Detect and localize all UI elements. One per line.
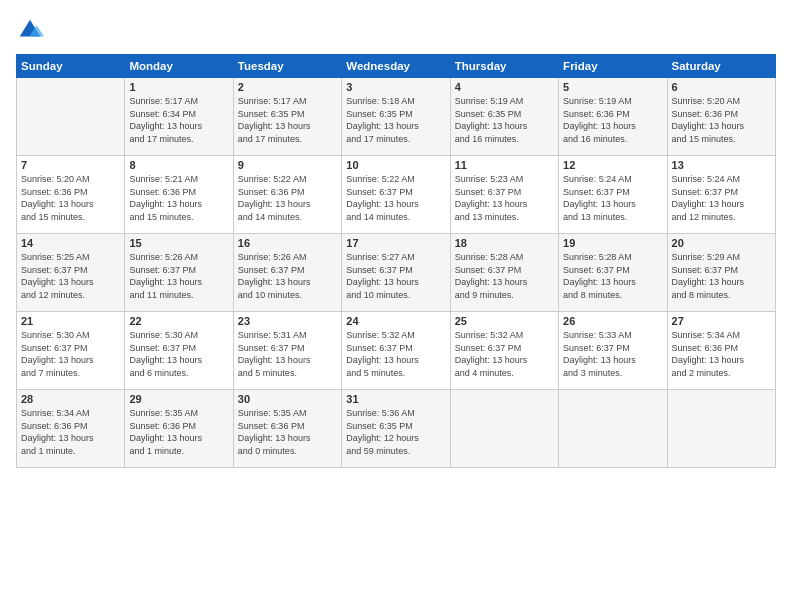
weekday-header-cell: Sunday — [17, 55, 125, 78]
calendar-cell: 26Sunrise: 5:33 AM Sunset: 6:37 PM Dayli… — [559, 312, 667, 390]
day-number: 7 — [21, 159, 120, 171]
calendar-cell: 12Sunrise: 5:24 AM Sunset: 6:37 PM Dayli… — [559, 156, 667, 234]
calendar-cell — [559, 390, 667, 468]
calendar-cell — [667, 390, 775, 468]
day-number: 30 — [238, 393, 337, 405]
calendar-cell: 23Sunrise: 5:31 AM Sunset: 6:37 PM Dayli… — [233, 312, 341, 390]
day-number: 4 — [455, 81, 554, 93]
day-detail: Sunrise: 5:30 AM Sunset: 6:37 PM Dayligh… — [21, 329, 120, 379]
calendar-cell: 2Sunrise: 5:17 AM Sunset: 6:35 PM Daylig… — [233, 78, 341, 156]
calendar-cell: 19Sunrise: 5:28 AM Sunset: 6:37 PM Dayli… — [559, 234, 667, 312]
day-number: 12 — [563, 159, 662, 171]
day-detail: Sunrise: 5:28 AM Sunset: 6:37 PM Dayligh… — [455, 251, 554, 301]
calendar-week-row: 21Sunrise: 5:30 AM Sunset: 6:37 PM Dayli… — [17, 312, 776, 390]
day-detail: Sunrise: 5:36 AM Sunset: 6:35 PM Dayligh… — [346, 407, 445, 457]
calendar-cell: 20Sunrise: 5:29 AM Sunset: 6:37 PM Dayli… — [667, 234, 775, 312]
day-detail: Sunrise: 5:23 AM Sunset: 6:37 PM Dayligh… — [455, 173, 554, 223]
day-detail: Sunrise: 5:33 AM Sunset: 6:37 PM Dayligh… — [563, 329, 662, 379]
calendar-page: SundayMondayTuesdayWednesdayThursdayFrid… — [0, 0, 792, 612]
calendar-cell: 21Sunrise: 5:30 AM Sunset: 6:37 PM Dayli… — [17, 312, 125, 390]
day-number: 31 — [346, 393, 445, 405]
day-detail: Sunrise: 5:35 AM Sunset: 6:36 PM Dayligh… — [238, 407, 337, 457]
day-detail: Sunrise: 5:17 AM Sunset: 6:35 PM Dayligh… — [238, 95, 337, 145]
day-detail: Sunrise: 5:34 AM Sunset: 6:36 PM Dayligh… — [21, 407, 120, 457]
day-detail: Sunrise: 5:21 AM Sunset: 6:36 PM Dayligh… — [129, 173, 228, 223]
day-number: 25 — [455, 315, 554, 327]
day-number: 23 — [238, 315, 337, 327]
weekday-header-row: SundayMondayTuesdayWednesdayThursdayFrid… — [17, 55, 776, 78]
calendar-cell: 10Sunrise: 5:22 AM Sunset: 6:37 PM Dayli… — [342, 156, 450, 234]
day-detail: Sunrise: 5:19 AM Sunset: 6:35 PM Dayligh… — [455, 95, 554, 145]
day-detail: Sunrise: 5:30 AM Sunset: 6:37 PM Dayligh… — [129, 329, 228, 379]
calendar-cell: 18Sunrise: 5:28 AM Sunset: 6:37 PM Dayli… — [450, 234, 558, 312]
calendar-cell: 15Sunrise: 5:26 AM Sunset: 6:37 PM Dayli… — [125, 234, 233, 312]
calendar-cell — [450, 390, 558, 468]
calendar-week-row: 14Sunrise: 5:25 AM Sunset: 6:37 PM Dayli… — [17, 234, 776, 312]
day-number: 14 — [21, 237, 120, 249]
weekday-header-cell: Friday — [559, 55, 667, 78]
day-detail: Sunrise: 5:24 AM Sunset: 6:37 PM Dayligh… — [672, 173, 771, 223]
day-number: 29 — [129, 393, 228, 405]
calendar-cell: 5Sunrise: 5:19 AM Sunset: 6:36 PM Daylig… — [559, 78, 667, 156]
logo-icon — [16, 16, 44, 44]
calendar-cell: 29Sunrise: 5:35 AM Sunset: 6:36 PM Dayli… — [125, 390, 233, 468]
weekday-header-cell: Saturday — [667, 55, 775, 78]
calendar-body: 1Sunrise: 5:17 AM Sunset: 6:34 PM Daylig… — [17, 78, 776, 468]
weekday-header-cell: Thursday — [450, 55, 558, 78]
day-number: 8 — [129, 159, 228, 171]
calendar-cell: 16Sunrise: 5:26 AM Sunset: 6:37 PM Dayli… — [233, 234, 341, 312]
day-number: 21 — [21, 315, 120, 327]
calendar-cell: 24Sunrise: 5:32 AM Sunset: 6:37 PM Dayli… — [342, 312, 450, 390]
calendar-cell: 28Sunrise: 5:34 AM Sunset: 6:36 PM Dayli… — [17, 390, 125, 468]
logo — [16, 16, 48, 44]
day-detail: Sunrise: 5:32 AM Sunset: 6:37 PM Dayligh… — [346, 329, 445, 379]
day-number: 16 — [238, 237, 337, 249]
weekday-header-cell: Monday — [125, 55, 233, 78]
calendar-cell: 27Sunrise: 5:34 AM Sunset: 6:36 PM Dayli… — [667, 312, 775, 390]
day-detail: Sunrise: 5:20 AM Sunset: 6:36 PM Dayligh… — [21, 173, 120, 223]
calendar-cell: 14Sunrise: 5:25 AM Sunset: 6:37 PM Dayli… — [17, 234, 125, 312]
day-number: 27 — [672, 315, 771, 327]
day-number: 5 — [563, 81, 662, 93]
day-detail: Sunrise: 5:34 AM Sunset: 6:36 PM Dayligh… — [672, 329, 771, 379]
calendar-cell: 8Sunrise: 5:21 AM Sunset: 6:36 PM Daylig… — [125, 156, 233, 234]
day-number: 17 — [346, 237, 445, 249]
calendar-cell: 9Sunrise: 5:22 AM Sunset: 6:36 PM Daylig… — [233, 156, 341, 234]
day-detail: Sunrise: 5:26 AM Sunset: 6:37 PM Dayligh… — [238, 251, 337, 301]
day-number: 20 — [672, 237, 771, 249]
calendar-cell: 3Sunrise: 5:18 AM Sunset: 6:35 PM Daylig… — [342, 78, 450, 156]
day-number: 22 — [129, 315, 228, 327]
calendar-cell — [17, 78, 125, 156]
calendar-table: SundayMondayTuesdayWednesdayThursdayFrid… — [16, 54, 776, 468]
calendar-cell: 31Sunrise: 5:36 AM Sunset: 6:35 PM Dayli… — [342, 390, 450, 468]
calendar-week-row: 7Sunrise: 5:20 AM Sunset: 6:36 PM Daylig… — [17, 156, 776, 234]
calendar-cell: 11Sunrise: 5:23 AM Sunset: 6:37 PM Dayli… — [450, 156, 558, 234]
day-detail: Sunrise: 5:18 AM Sunset: 6:35 PM Dayligh… — [346, 95, 445, 145]
day-detail: Sunrise: 5:22 AM Sunset: 6:36 PM Dayligh… — [238, 173, 337, 223]
calendar-week-row: 28Sunrise: 5:34 AM Sunset: 6:36 PM Dayli… — [17, 390, 776, 468]
weekday-header-cell: Tuesday — [233, 55, 341, 78]
day-detail: Sunrise: 5:28 AM Sunset: 6:37 PM Dayligh… — [563, 251, 662, 301]
day-number: 9 — [238, 159, 337, 171]
day-number: 13 — [672, 159, 771, 171]
header — [16, 16, 776, 44]
calendar-cell: 30Sunrise: 5:35 AM Sunset: 6:36 PM Dayli… — [233, 390, 341, 468]
day-detail: Sunrise: 5:27 AM Sunset: 6:37 PM Dayligh… — [346, 251, 445, 301]
weekday-header-cell: Wednesday — [342, 55, 450, 78]
day-number: 19 — [563, 237, 662, 249]
day-detail: Sunrise: 5:31 AM Sunset: 6:37 PM Dayligh… — [238, 329, 337, 379]
day-detail: Sunrise: 5:20 AM Sunset: 6:36 PM Dayligh… — [672, 95, 771, 145]
day-number: 28 — [21, 393, 120, 405]
calendar-cell: 25Sunrise: 5:32 AM Sunset: 6:37 PM Dayli… — [450, 312, 558, 390]
calendar-cell: 22Sunrise: 5:30 AM Sunset: 6:37 PM Dayli… — [125, 312, 233, 390]
day-number: 1 — [129, 81, 228, 93]
day-number: 11 — [455, 159, 554, 171]
day-number: 2 — [238, 81, 337, 93]
calendar-cell: 17Sunrise: 5:27 AM Sunset: 6:37 PM Dayli… — [342, 234, 450, 312]
day-detail: Sunrise: 5:24 AM Sunset: 6:37 PM Dayligh… — [563, 173, 662, 223]
calendar-cell: 6Sunrise: 5:20 AM Sunset: 6:36 PM Daylig… — [667, 78, 775, 156]
day-number: 6 — [672, 81, 771, 93]
day-detail: Sunrise: 5:19 AM Sunset: 6:36 PM Dayligh… — [563, 95, 662, 145]
day-number: 26 — [563, 315, 662, 327]
day-number: 18 — [455, 237, 554, 249]
